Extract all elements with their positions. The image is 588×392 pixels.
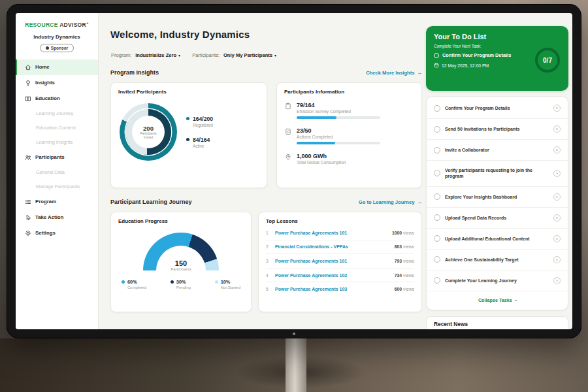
chevron-right-icon[interactable]: ›: [553, 277, 561, 284]
task-checkbox[interactable]: [434, 126, 440, 133]
lesson-link[interactable]: Power Purchase Agreements 101: [275, 259, 390, 263]
chevron-right-icon[interactable]: ›: [553, 125, 561, 133]
task-row-send-invitations[interactable]: Send 50 Invitations to Participants ›: [427, 119, 568, 140]
sidebar-item-home[interactable]: Home: [16, 59, 98, 75]
lesson-link[interactable]: Power Purchase Agreements 102: [275, 273, 390, 278]
info-row-actions: 23/50 Actions Completed: [284, 127, 414, 144]
sponsor-icon: [46, 46, 49, 50]
legend-item-completed: 60% Completed: [122, 279, 146, 289]
task-checkbox[interactable]: [434, 53, 439, 58]
donut-legend: 164/200 Registered 84/164 Active: [186, 116, 213, 148]
chevron-right-icon[interactable]: ›: [553, 235, 561, 242]
task-row-explore-insights[interactable]: Explore Your Insights Dashboard ›: [427, 187, 568, 208]
top-lessons-card: Top Lessons 1 Power Purchase Agreements …: [258, 212, 422, 312]
sidebar-item-general-data[interactable]: General Data: [16, 165, 98, 180]
sponsor-badge: Sponsor: [40, 44, 74, 52]
program-filter-dropdown[interactable]: Industrialize Zero ▾: [135, 52, 180, 58]
brand-plus: +: [86, 21, 89, 25]
todo-panel-header: Your To Do List Complete Your Next Task:…: [426, 26, 568, 91]
task-checkbox[interactable]: [434, 170, 440, 176]
card-title: Education Progress: [118, 218, 244, 224]
monitor-stand: [286, 335, 306, 392]
task-row-confirm-program[interactable]: Confirm Your Program Details ›: [427, 98, 568, 119]
todo-progress-ring: 0/7: [535, 48, 560, 73]
check-more-insights-link[interactable]: Check More Insights →: [366, 70, 422, 76]
task-row-achieve-target[interactable]: Achieve One Sustainability Target ›: [427, 250, 568, 270]
monitor-bezel: RESOURCE ADVISOR+ Industry Dynamics Spon…: [7, 4, 581, 338]
task-checkbox[interactable]: [434, 235, 440, 242]
education-icon: [24, 95, 31, 102]
sponsor-label: Sponsor: [51, 46, 68, 50]
task-row-upload-spend-data[interactable]: Upload Spend Data Records ›: [427, 208, 568, 229]
program-icon: [24, 198, 31, 205]
screen: RESOURCE ADVISOR+ Industry Dynamics Spon…: [16, 13, 572, 329]
task-row-invite-collaborator[interactable]: Invite a Collaborator ›: [427, 140, 568, 161]
participants-filter-label: Participants:: [192, 52, 220, 58]
actions-progress-bar: [297, 142, 380, 144]
calendar-icon: [434, 63, 439, 69]
info-row-emission-survey: 79/164 Emission Survey Completed: [284, 102, 414, 119]
legend-dot-active: [186, 138, 189, 141]
settings-icon: [24, 229, 31, 237]
lesson-link[interactable]: Financial Considerations - VPPAs: [275, 244, 390, 249]
collapse-tasks-link[interactable]: Collapse Tasks ›: [427, 291, 568, 308]
participants-filter-dropdown[interactable]: Only My Participants ▾: [223, 52, 276, 58]
filters-bar: Program: Industrialize Zero ▾ Participan…: [111, 52, 276, 58]
legend-item-pending: 30% Pending: [171, 279, 191, 289]
invited-participants-donut-chart: 200 Participants Invited: [120, 103, 177, 161]
sidebar-item-insights[interactable]: Insights: [16, 75, 98, 91]
gauge-center: 150 Participants: [143, 259, 219, 270]
chevron-down-icon: ▾: [274, 53, 276, 57]
actions-checklist-icon: [284, 127, 291, 144]
task-checkbox[interactable]: [434, 256, 440, 263]
power-led: [293, 333, 295, 335]
chevron-right-icon[interactable]: ›: [553, 214, 561, 221]
lesson-link[interactable]: Power Purchase Agreements 101: [275, 231, 387, 235]
task-checkbox[interactable]: [434, 193, 440, 200]
org-name: Industry Dynamics: [16, 34, 98, 40]
task-checkbox[interactable]: [434, 105, 440, 112]
lesson-row: 3 Power Purchase Agreements 101 793 view…: [266, 254, 414, 269]
task-row-upload-educational-content[interactable]: Upload Additional Educational Content ›: [427, 229, 568, 250]
chevron-right-icon[interactable]: ›: [553, 256, 561, 263]
gauge-legend: 60% Completed 30% Pending: [118, 279, 244, 289]
emission-survey-progress-bar: [297, 116, 380, 119]
sidebar-item-manage-participants[interactable]: Manage Participants: [16, 180, 98, 194]
sidebar-menu: Home Insights Education Learning Journey: [16, 59, 98, 241]
brand-logo: RESOURCE ADVISOR+: [16, 21, 98, 28]
task-checkbox[interactable]: [434, 147, 440, 154]
sidebar-item-take-action[interactable]: Take Action: [16, 210, 98, 225]
sidebar-item-learning-insights[interactable]: Learning Insights: [16, 135, 98, 150]
legend-dot-completed: [122, 280, 125, 284]
task-row-verify-participants[interactable]: Verify participants requesting to join t…: [427, 161, 568, 187]
chevron-down-icon: ▾: [178, 53, 180, 57]
sidebar-item-program[interactable]: Program: [16, 194, 98, 210]
brand-word-resource: RESOURCE: [25, 22, 58, 28]
task-row-complete-learning-journey[interactable]: Complete Your Learning Journey ›: [427, 270, 568, 291]
chevron-right-icon[interactable]: ›: [553, 105, 561, 112]
location-pin-icon: [284, 153, 291, 165]
take-action-icon: [24, 214, 31, 221]
sidebar-item-participants[interactable]: Participants: [16, 150, 98, 165]
arrow-right-icon: →: [417, 199, 422, 205]
task-checkbox[interactable]: [434, 214, 440, 221]
legend-dot-pending: [171, 280, 174, 284]
invited-participants-card: Invited Participants 200 Participants In…: [110, 82, 267, 188]
go-to-learning-journey-link[interactable]: Go to Learning Journey →: [359, 199, 422, 205]
program-filter-label: Program:: [111, 52, 131, 58]
recent-news-header: Recent News: [426, 316, 568, 329]
todo-subtitle: Complete Your Next Task:: [434, 44, 561, 48]
chevron-right-icon[interactable]: ›: [553, 146, 561, 154]
sidebar-item-education-content[interactable]: Education Content: [16, 121, 98, 135]
sidebar-item-learning-journey[interactable]: Learning Journey: [16, 106, 98, 121]
survey-clipboard-icon: [284, 102, 291, 119]
chevron-right-icon[interactable]: ›: [553, 193, 561, 201]
section-title: Program Insights: [110, 69, 159, 76]
task-checkbox[interactable]: [434, 277, 440, 284]
lesson-link[interactable]: Power Purchase Agreements 103: [275, 287, 390, 291]
chevron-up-icon: ›: [513, 299, 517, 301]
chevron-right-icon[interactable]: ›: [553, 170, 561, 177]
sidebar-item-education[interactable]: Education: [16, 91, 98, 106]
card-title: Participants Information: [284, 89, 414, 95]
sidebar-item-settings[interactable]: Settings: [16, 225, 98, 241]
